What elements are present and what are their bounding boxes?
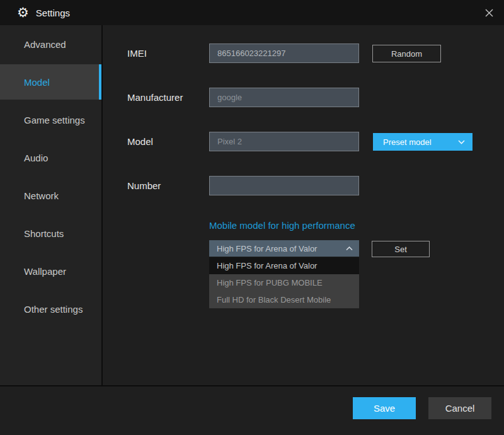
close-icon	[485, 9, 493, 17]
sidebar-item-label: Game settings	[24, 115, 85, 125]
sidebar-item-label: Advanced	[24, 39, 66, 50]
chevron-down-icon	[458, 140, 465, 144]
sidebar-item-label: Shortcuts	[24, 228, 64, 239]
sidebar-item-shortcuts[interactable]: Shortcuts	[0, 214, 101, 252]
settings-window: ⚙ Settings Advanced Model Game settings …	[0, 0, 504, 435]
random-button[interactable]: Random	[372, 45, 441, 62]
performance-select[interactable]: High FPS for Arena of Valor	[209, 240, 359, 257]
sidebar: Advanced Model Game settings Audio Netwo…	[0, 25, 101, 385]
number-label: Number	[127, 180, 161, 191]
sidebar-item-other-settings[interactable]: Other settings	[0, 290, 101, 328]
sidebar-item-advanced[interactable]: Advanced	[0, 25, 101, 63]
vertical-divider	[101, 25, 103, 385]
sidebar-item-label: Network	[24, 190, 59, 201]
performance-option-black-desert[interactable]: Full HD for Black Desert Mobile	[209, 291, 359, 308]
imei-label: IMEI	[127, 48, 147, 59]
option-label: High FPS for PUBG MOBILE	[217, 278, 323, 287]
performance-option-list: High FPS for Arena of Valor High FPS for…	[209, 257, 359, 308]
sidebar-item-label: Wallpaper	[24, 266, 66, 277]
option-label: High FPS for Arena of Valor	[217, 261, 317, 270]
model-input[interactable]	[209, 132, 359, 151]
number-input[interactable]	[209, 176, 359, 195]
model-label: Model	[127, 136, 153, 147]
horizontal-divider	[0, 385, 504, 386]
save-button[interactable]: Save	[353, 397, 416, 419]
sidebar-item-game-settings[interactable]: Game settings	[0, 101, 101, 139]
preset-model-dropdown[interactable]: Preset model	[373, 133, 472, 151]
chevron-up-icon	[346, 246, 353, 251]
titlebar: ⚙ Settings	[0, 0, 504, 25]
performance-selected-value: High FPS for Arena of Valor	[217, 244, 317, 253]
sidebar-item-label: Audio	[24, 153, 48, 163]
close-button[interactable]	[480, 4, 498, 21]
sidebar-item-label: Model	[24, 77, 50, 88]
manufacturer-input[interactable]	[209, 88, 359, 107]
sidebar-item-model[interactable]: Model	[0, 64, 101, 100]
sidebar-item-wallpaper[interactable]: Wallpaper	[0, 252, 101, 290]
sidebar-item-audio[interactable]: Audio	[0, 139, 101, 177]
performance-option-pubg-mobile[interactable]: High FPS for PUBG MOBILE	[209, 274, 359, 291]
set-button[interactable]: Set	[372, 241, 430, 257]
imei-input[interactable]	[209, 44, 359, 63]
manufacturer-label: Manufacturer	[127, 92, 183, 103]
sidebar-item-label: Other settings	[24, 304, 83, 315]
performance-heading: Mobile model for high performance	[209, 220, 355, 231]
preset-model-label: Preset model	[383, 137, 432, 147]
option-label: Full HD for Black Desert Mobile	[217, 295, 331, 304]
cancel-button[interactable]: Cancel	[428, 397, 491, 419]
performance-option-arena-of-valor[interactable]: High FPS for Arena of Valor	[209, 257, 359, 274]
sidebar-item-network[interactable]: Network	[0, 177, 101, 214]
window-title: Settings	[36, 8, 70, 18]
gear-icon: ⚙	[17, 6, 29, 20]
